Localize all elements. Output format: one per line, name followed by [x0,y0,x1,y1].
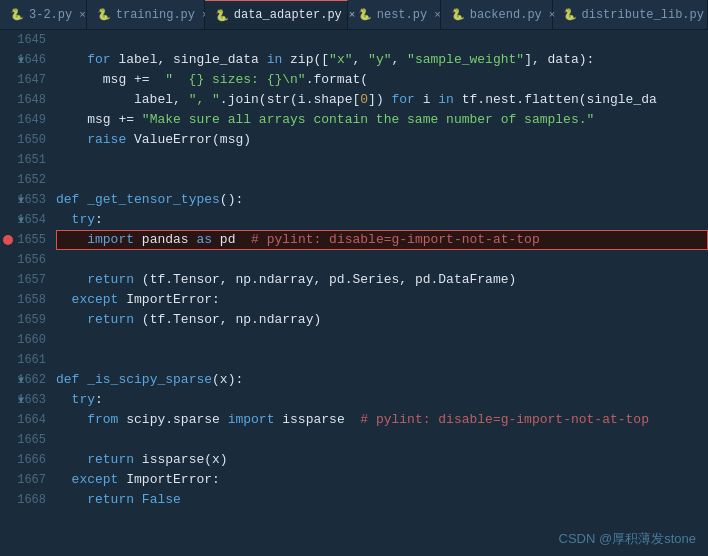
code-line-1646: for label, single_data in zip(["x", "y",… [56,50,708,70]
breakpoint-dot[interactable] [3,235,13,245]
line-number: 1661 [17,353,46,367]
gutter-row-1651: 1651 [0,150,52,170]
line-number: 1647 [17,73,46,87]
code-area: for label, single_data in zip(["x", "y",… [52,30,708,556]
tab-close-button[interactable]: × [79,9,86,21]
fold-icon[interactable]: ▼ [18,195,24,206]
tab-bar: 🐍3-2.py ×🐍training.py ×🐍data_adapter.py … [0,0,708,30]
gutter-row-1658: 1658 [0,290,52,310]
line-number: 1652 [17,173,46,187]
tab-label: nest.py [377,8,427,22]
code-line-1649: msg += "Make sure all arrays contain the… [56,110,708,130]
code-line-1648: label, ", ".join(str(i.shape[0]) for i i… [56,90,708,110]
gutter-row-1665: 1665 [0,430,52,450]
editor: 1645▼1646164716481649165016511652▼1653▼1… [0,30,708,556]
code-line-1650: raise ValueError(msg) [56,130,708,150]
line-number: 1666 [17,453,46,467]
gutter: 1645▼1646164716481649165016511652▼1653▼1… [0,30,52,556]
gutter-row-1650: 1650 [0,130,52,150]
line-number: 1655 [17,233,46,247]
gutter-row-1652: 1652 [0,170,52,190]
line-number: 1645 [17,33,46,47]
watermark: CSDN @厚积薄发stone [559,530,696,548]
code-line-1654: try: [56,210,708,230]
line-number: 1650 [17,133,46,147]
gutter-row-1661: 1661 [0,350,52,370]
tab-label: training.py [116,8,195,22]
code-line-1659: return (tf.Tensor, np.ndarray) [56,310,708,330]
code-line-1662: def _is_scipy_sparse(x): [56,370,708,390]
line-number: 1660 [17,333,46,347]
gutter-row-1655: 1655 [0,230,52,250]
python-file-icon: 🐍 [10,8,24,21]
line-number: 1668 [17,493,46,507]
code-line-1657: return (tf.Tensor, np.ndarray, pd.Series… [56,270,708,290]
line-number: 1649 [17,113,46,127]
gutter-row-1662: ▼1662 [0,370,52,390]
gutter-row-1663: ▼1663 [0,390,52,410]
code-line-1665 [56,430,708,450]
gutter-row-1649: 1649 [0,110,52,130]
gutter-row-1653: ▼1653 [0,190,52,210]
line-number: 1648 [17,93,46,107]
gutter-row-1657: 1657 [0,270,52,290]
code-line-1666: return issparse(x) [56,450,708,470]
code-line-1661 [56,350,708,370]
tab-tab3[interactable]: 🐍data_adapter.py × [205,0,348,29]
line-number: 1659 [17,313,46,327]
tab-label: distribute_lib.py [582,8,704,22]
gutter-row-1666: 1666 [0,450,52,470]
code-line-1667: except ImportError: [56,470,708,490]
code-line-1651 [56,150,708,170]
gutter-row-1668: 1668 [0,490,52,510]
line-number: 1667 [17,473,46,487]
code-line-1645 [56,30,708,50]
code-line-1653: def _get_tensor_types(): [56,190,708,210]
gutter-row-1656: 1656 [0,250,52,270]
gutter-row-1660: 1660 [0,330,52,350]
code-line-1652 [56,170,708,190]
gutter-row-1664: 1664 [0,410,52,430]
line-number: 1665 [17,433,46,447]
gutter-row-1654: ▼1654 [0,210,52,230]
line-number: 1657 [17,273,46,287]
code-line-1660 [56,330,708,350]
line-number: 1656 [17,253,46,267]
code-line-1668: return False [56,490,708,510]
python-file-icon: 🐍 [97,8,111,21]
tab-tab6[interactable]: 🐍distribute_lib.py × [553,0,708,29]
gutter-row-1645: 1645 [0,30,52,50]
code-line-1655: import pandas as pd # pylint: disable=g-… [56,230,708,250]
line-number: 1664 [17,413,46,427]
tab-label: backend.py [470,8,542,22]
tab-label: data_adapter.py [234,8,342,22]
tab-tab5[interactable]: 🐍backend.py × [441,0,553,29]
fold-icon[interactable]: ▼ [18,215,24,226]
line-number: 1658 [17,293,46,307]
fold-icon[interactable]: ▼ [18,55,24,66]
fold-icon[interactable]: ▼ [18,395,24,406]
gutter-row-1646: ▼1646 [0,50,52,70]
python-file-icon: 🐍 [451,8,465,21]
python-file-icon: 🐍 [215,9,229,22]
gutter-row-1659: 1659 [0,310,52,330]
tab-tab1[interactable]: 🐍3-2.py × [0,0,87,29]
python-file-icon: 🐍 [358,8,372,21]
code-line-1656 [56,250,708,270]
code-line-1664: from scipy.sparse import issparse # pyli… [56,410,708,430]
tab-label: 3-2.py [29,8,72,22]
code-line-1658: except ImportError: [56,290,708,310]
tab-tab2[interactable]: 🐍training.py × [87,0,205,29]
fold-icon[interactable]: ▼ [18,375,24,386]
gutter-row-1667: 1667 [0,470,52,490]
gutter-row-1647: 1647 [0,70,52,90]
code-line-1663: try: [56,390,708,410]
python-file-icon: 🐍 [563,8,577,21]
line-number: 1651 [17,153,46,167]
code-line-1647: msg += " {} sizes: {}\n".format( [56,70,708,90]
tab-tab4[interactable]: 🐍nest.py × [348,0,441,29]
gutter-row-1648: 1648 [0,90,52,110]
